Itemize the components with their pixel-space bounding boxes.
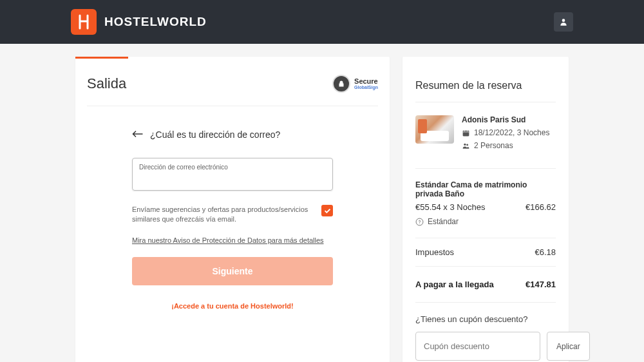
taxes-value: €6.18: [535, 247, 556, 257]
email-input-label: Dirección de correo electrónico: [139, 164, 326, 171]
checkout-card: Salida Secure GlobalSign ¿Cuál es tu dir…: [75, 57, 390, 362]
site-header: HOSTELWORLD: [0, 0, 644, 44]
taxes-label: Impuestos: [415, 247, 454, 257]
email-question: ¿Cuál es tu dirección de correo?: [150, 129, 333, 140]
marketing-opt-in-checkbox[interactable]: [321, 205, 333, 216]
svg-point-4: [416, 218, 423, 225]
guest-count: 2 Personas: [474, 141, 513, 150]
taxes-row: Impuestos €6.18: [415, 238, 556, 267]
secure-badge: Secure GlobalSign: [332, 75, 378, 93]
people-icon: [462, 142, 470, 150]
svg-rect-1: [463, 130, 469, 136]
logo-mark-icon: [71, 9, 97, 35]
coupon-apply-button[interactable]: Aplicar: [547, 332, 590, 361]
secure-provider: GlobalSign: [354, 85, 378, 90]
summary-card: Resumen de la reserva Adonis Paris Sud 1…: [402, 57, 569, 362]
room-unit-price: €55.54 x 3 Noches: [415, 202, 485, 212]
coupon-input[interactable]: [415, 332, 540, 361]
svg-point-2: [464, 143, 466, 145]
progress-indicator: [75, 57, 128, 59]
marketing-opt-in-label: Envíame sugerencias y ofertas para produ…: [132, 205, 314, 225]
room-subtotal: €166.62: [526, 202, 556, 212]
brand-name: HOSTELWORLD: [104, 15, 207, 29]
info-icon: [415, 218, 424, 226]
room-type: Estándar Cama de matrimonio privada Baño: [415, 180, 556, 198]
pay-label: A pagar a la llegada: [415, 280, 494, 289]
property-thumbnail: [415, 115, 454, 144]
room-block: Estándar Cama de matrimonio privada Baño…: [415, 169, 556, 238]
email-input-wrapper[interactable]: Dirección de correo electrónico: [132, 158, 333, 191]
arrow-left-icon: [132, 129, 144, 138]
pay-on-arrival-row: A pagar a la llegada €147.81: [415, 267, 556, 303]
back-button[interactable]: [132, 129, 145, 141]
page-content: Salida Secure GlobalSign ¿Cuál es tu dir…: [0, 44, 644, 362]
login-link[interactable]: ¡Accede a tu cuenta de Hostelworld!: [132, 302, 333, 310]
pay-value: €147.81: [526, 280, 556, 289]
summary-title: Resumen de la reserva: [415, 80, 556, 102]
secure-label: Secure: [354, 78, 378, 85]
lock-icon: [332, 75, 350, 93]
email-field[interactable]: [139, 173, 326, 183]
calendar-icon: [462, 129, 470, 137]
property-name: Adonis Paris Sud: [462, 115, 556, 124]
check-icon: [324, 208, 331, 214]
property-block: Adonis Paris Sud 18/12/2022, 3 Noches 2 …: [415, 115, 556, 169]
svg-point-0: [562, 19, 565, 22]
svg-point-3: [466, 144, 468, 146]
next-button[interactable]: Siguiente: [132, 257, 333, 285]
booking-dates: 18/12/2022, 3 Noches: [474, 128, 549, 137]
user-icon: [559, 17, 568, 26]
coupon-question: ¿Tienes un cupón descuento?: [415, 314, 556, 324]
rate-type[interactable]: Estándar: [428, 217, 459, 226]
checkout-title: Salida: [87, 75, 126, 92]
coupon-block: ¿Tienes un cupón descuento? Aplicar Solo…: [415, 303, 556, 362]
account-button[interactable]: [554, 12, 573, 32]
privacy-notice-link[interactable]: Mira nuestro Aviso de Protección de Dato…: [132, 236, 333, 244]
brand-logo[interactable]: HOSTELWORLD: [71, 9, 207, 35]
